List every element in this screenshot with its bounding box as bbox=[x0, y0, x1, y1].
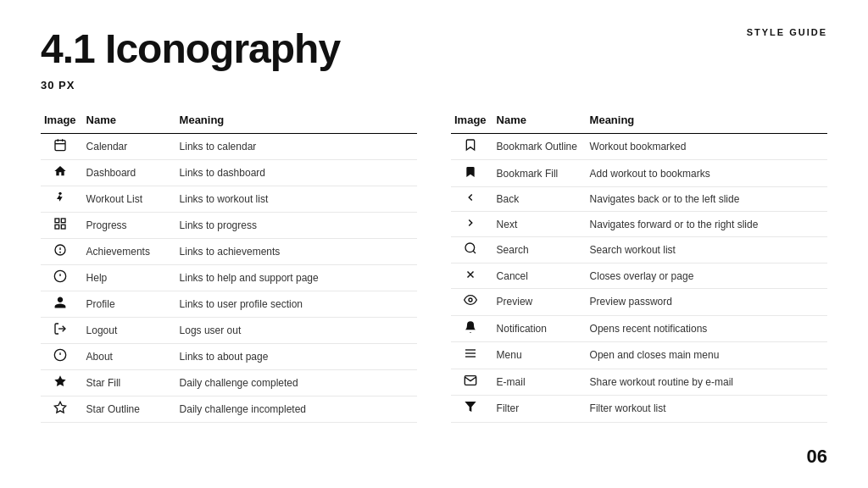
table-row: Search Search workout list bbox=[451, 236, 827, 263]
meaning-cell: Closes overlay or page bbox=[587, 263, 827, 289]
meaning-cell: Preview password bbox=[587, 288, 827, 315]
svg-line-22 bbox=[473, 251, 476, 253]
name-cell: Filter bbox=[493, 396, 587, 423]
table-row: Bookmark Outline Workout bookmarked bbox=[451, 133, 827, 160]
right-col-meaning: Meaning bbox=[587, 108, 827, 134]
svg-point-25 bbox=[469, 298, 472, 302]
svg-marker-19 bbox=[54, 375, 65, 386]
svg-rect-6 bbox=[61, 219, 65, 223]
meaning-cell: Links to achievements bbox=[176, 238, 417, 264]
table-row: Logout Logs user out bbox=[41, 317, 417, 343]
meaning-cell: Open and closes main menu bbox=[587, 342, 827, 369]
icon-cell bbox=[41, 133, 83, 159]
svg-marker-29 bbox=[465, 402, 476, 412]
icon-cell bbox=[451, 396, 493, 423]
table-row: About Links to about page bbox=[41, 343, 417, 369]
table-row: Workout List Links to workout list bbox=[41, 186, 417, 212]
icon-cell bbox=[451, 133, 493, 160]
svg-point-21 bbox=[465, 243, 475, 252]
icon-cell bbox=[41, 396, 83, 422]
table-row: Back Navigates back or to the left slide bbox=[451, 186, 827, 212]
name-cell: Search bbox=[493, 236, 587, 263]
page-number: 06 bbox=[807, 446, 827, 468]
table-row: Profile Links to user profile section bbox=[41, 291, 417, 317]
page-container: STYLE GUIDE 4.1 Iconography 30 PX Image … bbox=[0, 0, 868, 488]
name-cell: Menu bbox=[493, 342, 587, 369]
meaning-cell: Logs user out bbox=[176, 317, 417, 343]
meaning-cell: Links to help and support page bbox=[176, 264, 417, 291]
icon-cell bbox=[451, 160, 493, 187]
name-cell: Next bbox=[493, 212, 587, 237]
icon-cell bbox=[451, 236, 493, 263]
name-cell: Calendar bbox=[83, 133, 176, 159]
icon-cell bbox=[41, 369, 83, 396]
right-col-image: Image bbox=[451, 108, 493, 134]
table-row: Bookmark Fill Add workout to bookmarks bbox=[451, 160, 827, 187]
icon-cell bbox=[41, 212, 83, 238]
table-row: Filter Filter workout list bbox=[451, 396, 827, 423]
icon-cell bbox=[41, 238, 83, 264]
meaning-cell: Navigates back or to the left slide bbox=[587, 186, 827, 212]
icon-cell bbox=[451, 315, 493, 342]
table-row: Dashboard Links to dashboard bbox=[41, 159, 417, 186]
icon-cell bbox=[451, 263, 493, 289]
left-icon-table: Image Name Meaning Calendar Links to cal… bbox=[41, 108, 417, 423]
icon-cell bbox=[41, 264, 83, 291]
meaning-cell: Links to progress bbox=[176, 212, 417, 238]
table-row: Achievements Links to achievements bbox=[41, 238, 417, 264]
name-cell: Star Outline bbox=[83, 396, 176, 422]
meaning-cell: Daily challenge incompleted bbox=[176, 396, 417, 422]
meaning-cell: Navigates forward or to the right slide bbox=[587, 212, 827, 237]
table-row: Help Links to help and support page bbox=[41, 264, 417, 291]
meaning-cell: Share workout routine by e-mail bbox=[587, 369, 827, 396]
left-col-name: Name bbox=[83, 108, 176, 134]
meaning-cell: Links to calendar bbox=[176, 133, 417, 159]
table-row: Progress Links to progress bbox=[41, 212, 417, 238]
size-label: 30 PX bbox=[41, 79, 827, 92]
name-cell: Bookmark Outline bbox=[493, 133, 587, 160]
right-col-name: Name bbox=[493, 108, 587, 134]
right-icon-table: Image Name Meaning Bookmark Outline Work… bbox=[451, 108, 827, 423]
meaning-cell: Links to about page bbox=[176, 343, 417, 369]
tables-container: Image Name Meaning Calendar Links to cal… bbox=[41, 108, 827, 423]
icon-cell bbox=[41, 291, 83, 317]
table-row: Next Navigates forward or to the right s… bbox=[451, 212, 827, 237]
name-cell: E-mail bbox=[493, 369, 587, 396]
name-cell: About bbox=[83, 343, 176, 369]
meaning-cell: Links to user profile section bbox=[176, 291, 417, 317]
icon-cell bbox=[41, 317, 83, 343]
meaning-cell: Filter workout list bbox=[587, 396, 827, 423]
icon-cell bbox=[451, 342, 493, 369]
table-row: Cancel Closes overlay or page bbox=[451, 263, 827, 289]
svg-rect-8 bbox=[61, 225, 65, 229]
name-cell: Achievements bbox=[83, 238, 176, 264]
name-cell: Logout bbox=[83, 317, 176, 343]
name-cell: Back bbox=[493, 186, 587, 212]
svg-point-4 bbox=[58, 191, 61, 194]
meaning-cell: Add workout to bookmarks bbox=[587, 160, 827, 187]
icon-cell bbox=[451, 186, 493, 212]
svg-marker-20 bbox=[54, 402, 65, 413]
meaning-cell: Workout bookmarked bbox=[587, 133, 827, 160]
table-row: Menu Open and closes main menu bbox=[451, 342, 827, 369]
icon-cell bbox=[451, 212, 493, 237]
table-row: Star Fill Daily challenge completed bbox=[41, 369, 417, 396]
svg-point-11 bbox=[59, 252, 60, 252]
table-row: E-mail Share workout routine by e-mail bbox=[451, 369, 827, 396]
icon-cell bbox=[41, 343, 83, 369]
icon-cell bbox=[41, 159, 83, 186]
name-cell: Progress bbox=[83, 212, 176, 238]
svg-rect-5 bbox=[55, 219, 59, 223]
meaning-cell: Links to workout list bbox=[176, 186, 417, 212]
table-row: Notification Opens recent notifications bbox=[451, 315, 827, 342]
name-cell: Notification bbox=[493, 315, 587, 342]
svg-rect-0 bbox=[55, 140, 65, 150]
meaning-cell: Search workout list bbox=[587, 236, 827, 263]
name-cell: Cancel bbox=[493, 263, 587, 289]
meaning-cell: Links to dashboard bbox=[176, 159, 417, 186]
table-row: Preview Preview password bbox=[451, 288, 827, 315]
name-cell: Dashboard bbox=[83, 159, 176, 186]
table-row: Star Outline Daily challenge incompleted bbox=[41, 396, 417, 422]
page-title: 4.1 Iconography bbox=[41, 27, 827, 72]
name-cell: Bookmark Fill bbox=[493, 160, 587, 187]
